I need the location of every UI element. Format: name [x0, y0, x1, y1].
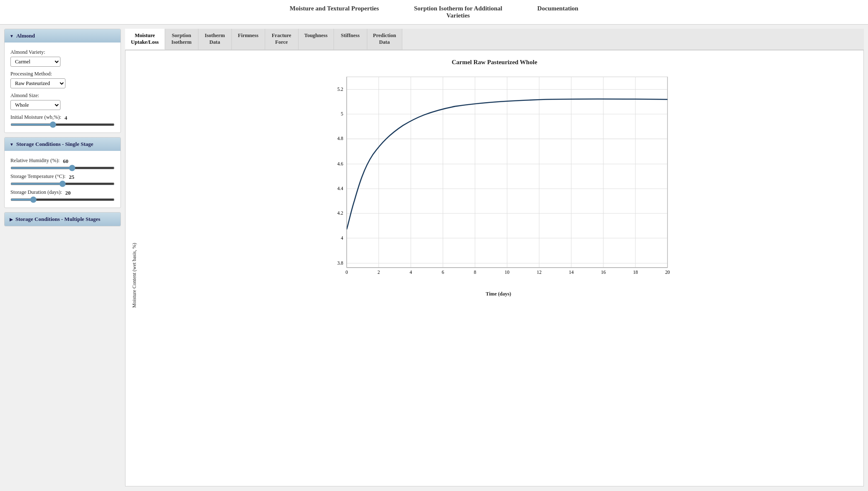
storage-single-title: Storage Conditions - Single Stage — [16, 141, 93, 148]
svg-text:5: 5 — [341, 111, 343, 116]
svg-text:10: 10 — [505, 269, 510, 274]
content-area: MoistureUptake/Loss SorptionIsotherm Iso… — [125, 29, 864, 486]
temperature-field: Storage Temperature (°C): 25 — [10, 173, 115, 185]
tab-isotherm-data[interactable]: IsothermData — [198, 29, 232, 50]
humidity-slider[interactable] — [10, 167, 115, 169]
almond-panel: ▼ Almond Almond Variety: Carmel Nonparei… — [4, 29, 121, 133]
processing-label: Processing Method: — [10, 71, 115, 77]
tab-prediction-data[interactable]: PredictionData — [367, 29, 402, 50]
tab-bar: MoistureUptake/Loss SorptionIsotherm Iso… — [125, 29, 864, 50]
initial-moisture-slider[interactable] — [10, 123, 115, 126]
chart-container: Carmel Raw Pasteurized Whole Moisture Co… — [125, 50, 864, 487]
tab-sorption-isotherm[interactable]: SorptionIsotherm — [165, 29, 198, 50]
humidity-field: Relative Humidity (%): 60 — [10, 158, 115, 169]
tab-firmness[interactable]: Firmness — [232, 29, 265, 50]
humidity-label-row: Relative Humidity (%): 60 — [10, 158, 115, 165]
chart-area: 3.8 4 4.2 4.4 4.6 4.8 5 5.2 0 2 4 6 8 — [138, 73, 859, 478]
y-axis-label: Moisture Content (wet basis, %) — [130, 73, 138, 478]
temperature-label: Storage Temperature (°C): — [10, 173, 65, 180]
nav-documentation[interactable]: Documentation — [537, 5, 578, 19]
size-select[interactable]: Whole Sliced Slivered Diced — [10, 100, 60, 110]
variety-label: Almond Variety: — [10, 49, 115, 55]
tab-fracture-force[interactable]: FractureForce — [265, 29, 299, 50]
duration-field: Storage Duration (days): 20 — [10, 189, 115, 201]
storage-multiple-header[interactable]: ▶ Storage Conditions - Multiple Stages — [5, 213, 120, 226]
temperature-label-row: Storage Temperature (°C): 25 — [10, 173, 115, 181]
storage-multiple-panel: ▶ Storage Conditions - Multiple Stages — [4, 212, 121, 226]
svg-text:3.8: 3.8 — [337, 260, 344, 265]
storage-single-body: Relative Humidity (%): 60 Storage Temper… — [5, 151, 120, 208]
duration-slider[interactable] — [10, 198, 115, 201]
tab-stiffness[interactable]: Stiffness — [334, 29, 367, 50]
svg-text:12: 12 — [537, 269, 542, 274]
svg-text:0: 0 — [346, 269, 348, 274]
duration-label: Storage Duration (days): — [10, 189, 62, 195]
humidity-label: Relative Humidity (%): — [10, 158, 60, 164]
nav-sorption-isotherm[interactable]: Sorption Isotherm for Additional Varieti… — [412, 5, 504, 19]
chart-wrapper: Moisture Content (wet basis, %) — [130, 73, 859, 478]
variety-select[interactable]: Carmel Nonpareil Butte Padre Mission — [10, 57, 60, 67]
svg-text:5.2: 5.2 — [337, 86, 344, 91]
chart-svg: 3.8 4 4.2 4.4 4.6 4.8 5 5.2 0 2 4 6 8 — [138, 73, 859, 289]
svg-text:16: 16 — [601, 269, 606, 274]
top-navigation: Moisture and Textural Properties Sorptio… — [0, 0, 868, 25]
initial-moisture-value: 4 — [65, 115, 68, 121]
storage-multiple-toggle-icon: ▶ — [10, 217, 13, 222]
storage-single-panel: ▼ Storage Conditions - Single Stage Rela… — [4, 137, 121, 208]
almond-panel-title: Almond — [16, 33, 35, 39]
svg-text:8: 8 — [474, 269, 476, 274]
processing-field: Processing Method: Raw Pasteurized Dry R… — [10, 71, 115, 88]
tab-toughness[interactable]: Toughness — [299, 29, 334, 50]
svg-text:2: 2 — [378, 269, 380, 274]
storage-single-header[interactable]: ▼ Storage Conditions - Single Stage — [5, 138, 120, 151]
x-axis-label: Time (days) — [138, 291, 859, 297]
initial-moisture-field: Initial Moisture (wb,%): 4 — [10, 114, 115, 126]
svg-text:4: 4 — [341, 235, 343, 240]
almond-panel-header[interactable]: ▼ Almond — [5, 29, 120, 43]
duration-label-row: Storage Duration (days): 20 — [10, 189, 115, 197]
almond-panel-body: Almond Variety: Carmel Nonpareil Butte P… — [5, 43, 120, 133]
sidebar: ▼ Almond Almond Variety: Carmel Nonparei… — [4, 29, 121, 486]
variety-field: Almond Variety: Carmel Nonpareil Butte P… — [10, 49, 115, 67]
almond-panel-toggle-icon: ▼ — [10, 34, 14, 38]
processing-select[interactable]: Raw Pasteurized Dry Roasted Oil Roasted … — [10, 78, 65, 88]
svg-text:4.4: 4.4 — [337, 185, 344, 190]
svg-text:4: 4 — [410, 269, 412, 274]
svg-text:20: 20 — [665, 269, 670, 274]
initial-moisture-label-row: Initial Moisture (wb,%): 4 — [10, 114, 115, 122]
svg-text:4.8: 4.8 — [337, 136, 344, 141]
tab-moisture-uptake[interactable]: MoistureUptake/Loss — [125, 29, 165, 50]
humidity-value: 60 — [63, 158, 68, 165]
temperature-slider[interactable] — [10, 183, 115, 185]
svg-text:14: 14 — [569, 269, 574, 274]
size-field: Almond Size: Whole Sliced Slivered Diced — [10, 93, 115, 110]
storage-single-toggle-icon: ▼ — [10, 142, 14, 147]
size-label: Almond Size: — [10, 93, 115, 99]
chart-title: Carmel Raw Pasteurized Whole — [452, 59, 537, 66]
svg-text:4.2: 4.2 — [337, 210, 344, 215]
nav-moisture-textural[interactable]: Moisture and Textural Properties — [290, 5, 379, 19]
svg-text:4.6: 4.6 — [337, 161, 344, 166]
main-layout: ▼ Almond Almond Variety: Carmel Nonparei… — [0, 25, 868, 491]
duration-value: 20 — [65, 190, 71, 196]
svg-text:6: 6 — [442, 269, 444, 274]
initial-moisture-label: Initial Moisture (wb,%): — [10, 114, 61, 120]
storage-multiple-title: Storage Conditions - Multiple Stages — [15, 216, 100, 223]
temperature-value: 25 — [69, 174, 74, 180]
svg-text:18: 18 — [633, 269, 638, 274]
